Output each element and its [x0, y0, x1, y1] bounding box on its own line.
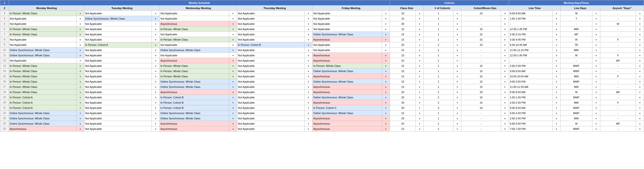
cohorts-dropdown[interactable]: ▼ [453, 84, 461, 90]
friday-cell[interactable]: Asynchronous [312, 126, 382, 132]
cohortroom-dropdown[interactable]: ▼ [501, 74, 509, 79]
thursday-dropdown[interactable]: ▼ [304, 74, 312, 79]
friday-cell[interactable]: Asynchronous [312, 90, 382, 95]
asyncdays-dropdown[interactable]: ▼ [636, 68, 644, 74]
tuesday-dropdown[interactable]: ▼ [152, 16, 160, 21]
friday-dropdown[interactable]: ▼ [382, 42, 390, 47]
friday-cell[interactable]: Asynchronous [312, 116, 382, 121]
friday-dropdown[interactable]: ▼ [382, 53, 390, 58]
friday-cell[interactable]: Not Applicable [312, 42, 382, 47]
wednesday-cell[interactable]: Asynchronous [160, 121, 229, 126]
wednesday-dropdown[interactable]: ▼ [229, 105, 237, 111]
friday-dropdown[interactable]: ▼ [382, 74, 390, 79]
asyncdays-dropdown[interactable]: ▼ [636, 90, 644, 95]
livetime-dropdown[interactable]: ▼ [552, 121, 560, 126]
cohortroom-dropdown[interactable]: ▼ [501, 47, 509, 53]
monday-dropdown[interactable]: ▼ [76, 79, 84, 84]
thursday-cell[interactable]: Not Applicable [237, 26, 304, 32]
monday-dropdown[interactable]: ▼ [76, 32, 84, 37]
wednesday-dropdown[interactable]: ▼ [229, 90, 237, 95]
wednesday-dropdown[interactable]: ▼ [229, 63, 237, 68]
livedays-dropdown[interactable]: ▼ [592, 21, 600, 26]
classsize-dropdown[interactable]: ▼ [416, 90, 424, 95]
tuesday-dropdown[interactable]: ▼ [152, 68, 160, 74]
monday-dropdown[interactable]: ▼ [76, 26, 84, 32]
thursday-cell[interactable]: Not Applicable [237, 68, 304, 74]
wednesday-cell[interactable]: Asynchronous [160, 90, 229, 95]
wednesday-dropdown[interactable]: ▼ [229, 126, 237, 132]
tuesday-dropdown[interactable]: ▼ [152, 11, 160, 16]
cohorts-dropdown[interactable]: ▼ [453, 100, 461, 105]
asyncdays-dropdown[interactable]: ▼ [636, 63, 644, 68]
friday-cell[interactable]: Asynchronous [312, 121, 382, 126]
friday-dropdown[interactable]: ▼ [382, 37, 390, 42]
cohortroom-dropdown[interactable]: ▼ [501, 100, 509, 105]
thursday-cell[interactable]: Not Applicable [237, 32, 304, 37]
wednesday-dropdown[interactable]: ▼ [229, 21, 237, 26]
wednesday-cell[interactable]: Not Applicable [160, 53, 229, 58]
cohortroom-dropdown[interactable]: ▼ [501, 11, 509, 16]
friday-dropdown[interactable]: ▼ [382, 79, 390, 84]
monday-cell[interactable]: Not Applicable [9, 37, 76, 42]
wednesday-cell[interactable]: Asynchronous [160, 58, 229, 63]
tuesday-cell[interactable]: Not Applicable [84, 47, 152, 53]
friday-dropdown[interactable]: ▼ [382, 105, 390, 111]
tuesday-dropdown[interactable]: ▼ [152, 42, 160, 47]
tuesday-dropdown[interactable]: ▼ [152, 84, 160, 90]
wednesday-cell[interactable]: Online Synchronous: Whole Class [160, 111, 229, 116]
friday-cell[interactable]: In Person: Whole Class [312, 63, 382, 68]
livedays-dropdown[interactable]: ▼ [592, 47, 600, 53]
monday-cell[interactable]: In Person: Cohort A [9, 100, 76, 105]
livedays-dropdown[interactable]: ▼ [592, 74, 600, 79]
tuesday-cell[interactable]: Not Applicable [84, 84, 152, 90]
friday-dropdown[interactable]: ▼ [382, 58, 390, 63]
thursday-dropdown[interactable]: ▼ [304, 58, 312, 63]
monday-cell[interactable]: In Person: Whole Class [9, 84, 76, 90]
monday-dropdown[interactable]: ▼ [76, 111, 84, 116]
livetime-dropdown[interactable]: ▼ [552, 16, 560, 21]
thursday-cell[interactable]: Not Applicable [237, 100, 304, 105]
monday-cell[interactable]: Asynchronous [9, 126, 76, 132]
monday-dropdown[interactable]: ▼ [76, 63, 84, 68]
monday-dropdown[interactable]: ▼ [76, 90, 84, 95]
classsize-dropdown[interactable]: ▼ [416, 95, 424, 100]
classsize-dropdown[interactable]: ▼ [416, 42, 424, 47]
cohortroom-dropdown[interactable]: ▼ [501, 121, 509, 126]
wednesday-cell[interactable]: Online Synchronous: Whole Class [160, 79, 229, 84]
friday-cell[interactable]: Online Synchronous: Whole Class [312, 95, 382, 100]
monday-cell[interactable]: In Person: Whole Class [9, 90, 76, 95]
classsize-dropdown[interactable]: ▼ [416, 121, 424, 126]
wednesday-cell[interactable]: In Person: Cohort B [160, 95, 229, 100]
thursday-cell[interactable]: Not Applicable [237, 58, 304, 63]
wednesday-cell[interactable]: In Person: Whole Class [160, 63, 229, 68]
livedays-dropdown[interactable]: ▼ [592, 68, 600, 74]
thursday-cell[interactable]: Not Applicable [237, 11, 304, 16]
classsize-dropdown[interactable]: ▼ [416, 47, 424, 53]
asyncdays-dropdown[interactable]: ▼ [636, 74, 644, 79]
thursday-cell[interactable]: Not Applicable [237, 63, 304, 68]
friday-cell[interactable]: Online Synchronous: Whole Class [312, 32, 382, 37]
livetime-dropdown[interactable]: ▼ [552, 105, 560, 111]
livedays-dropdown[interactable]: ▼ [592, 95, 600, 100]
friday-dropdown[interactable]: ▼ [382, 111, 390, 116]
friday-dropdown[interactable]: ▼ [382, 26, 390, 32]
monday-dropdown[interactable]: ▼ [76, 84, 84, 90]
cohortroom-dropdown[interactable]: ▼ [501, 16, 509, 21]
cohorts-dropdown[interactable]: ▼ [453, 32, 461, 37]
wednesday-dropdown[interactable]: ▼ [229, 47, 237, 53]
cohortroom-dropdown[interactable]: ▼ [501, 116, 509, 121]
cohortroom-dropdown[interactable]: ▼ [501, 68, 509, 74]
tuesday-cell[interactable]: In Person: Cohort A [84, 42, 152, 47]
friday-cell[interactable]: Not Applicable [312, 26, 382, 32]
livetime-dropdown[interactable]: ▼ [552, 37, 560, 42]
tuesday-cell[interactable]: Not Applicable [84, 121, 152, 126]
cohorts-dropdown[interactable]: ▼ [453, 116, 461, 121]
monday-dropdown[interactable]: ▼ [76, 53, 84, 58]
thursday-dropdown[interactable]: ▼ [304, 47, 312, 53]
friday-dropdown[interactable]: ▼ [382, 100, 390, 105]
monday-cell[interactable]: In Person: Whole Class [9, 32, 76, 37]
cohorts-dropdown[interactable]: ▼ [453, 126, 461, 132]
wednesday-cell[interactable]: In Person: Whole Class [160, 74, 229, 79]
livetime-dropdown[interactable]: ▼ [552, 95, 560, 100]
classsize-dropdown[interactable]: ▼ [416, 53, 424, 58]
